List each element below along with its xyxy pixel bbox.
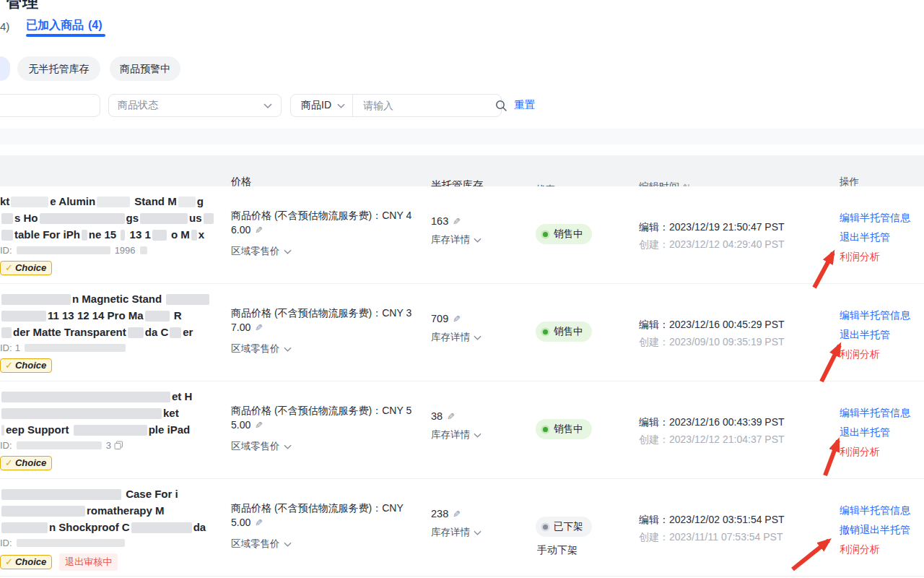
choice-badge: ✓Choice [0,261,52,275]
status-dot-icon [543,525,548,530]
redacted-text [140,246,147,254]
title-fragment: eep Support [6,423,72,436]
redacted-text [74,425,147,436]
action-exit-semi[interactable]: 退出半托管 [840,325,924,345]
stock-detail-toggle[interactable]: 库存详情 [431,331,536,344]
search-group: 商品ID [290,94,502,117]
edited-time: 2023/12/16 00:45:29 PST [669,319,785,330]
status-badge: 销售中 [536,419,592,439]
table-row: kte Alumin Stand Mgs Hogsustable For iPh… [0,186,924,284]
title-fragment: gs [126,212,139,224]
title-fragment: o M [168,228,190,241]
stock-value: 38 [431,410,443,422]
price-label: 商品价格 (不含预估物流服务费)： [231,210,382,221]
title-fragment: ket [163,407,179,419]
choice-badge: ✓Choice [0,555,52,569]
redacted-text [25,344,126,352]
title-fragment: da C [145,326,169,338]
time-cell: 编辑：2023/12/19 21:50:47 PST 创建：2023/12/12… [637,186,840,283]
tab-bar: 4) 已加入商品(4) [0,16,924,40]
search-icon[interactable] [495,100,507,112]
stock-detail-toggle[interactable]: 库存详情 [431,428,536,441]
choice-badge: ✓Choice [0,358,52,373]
region-price-toggle[interactable]: 区域零售价 [231,440,431,453]
copy-icon[interactable] [114,441,123,450]
product-cell[interactable]: kte Alumin Stand Mgs Hogsustable For iPh… [0,186,230,283]
edit-stock-icon[interactable]: ✎ [453,314,461,324]
page-title-clipped: 管理 [6,0,165,9]
status-dot-icon [543,427,548,432]
title-fragment: er [183,326,193,338]
edit-price-icon[interactable]: ✎ [255,516,263,530]
redacted-text [97,197,130,207]
region-price-toggle[interactable]: 区域零售价 [231,538,431,551]
region-price-toggle[interactable]: 区域零售价 [231,342,431,355]
tab-label: 已加入商品 [26,19,84,31]
title-fragment: R [171,309,182,322]
tab-joined-products[interactable]: 已加入商品(4) [26,18,103,33]
action-edit-semi-info[interactable]: 编辑半托管信息 [840,306,924,325]
reset-link[interactable]: 重置 [514,98,535,112]
action-profit-analysis[interactable]: 利润分析 [840,345,924,364]
product-status-select[interactable]: 商品状态 [108,94,282,117]
status-badge: 已下架 [536,517,592,537]
action-edit-semi-info[interactable]: 编辑半托管信息 [840,501,924,520]
stock-detail-toggle[interactable]: 库存详情 [431,526,536,539]
chip-no-semi-stock[interactable]: 无半托管库存 [17,56,100,81]
status-label: 销售中 [554,228,583,241]
chevron-down-icon [474,335,481,340]
edit-stock-icon[interactable]: ✎ [453,509,461,519]
product-title-line: romatherapy M [0,502,230,519]
redacted-text [40,213,125,224]
action-cell: 编辑半托管信息撤销退出半托管利润分析 [840,479,924,576]
action-edit-semi-info[interactable]: 编辑半托管信息 [840,403,924,423]
product-cell[interactable]: et Hketeep Support ple iPad ID:3 ✓Choice [0,381,230,478]
action-edit-semi-info[interactable]: 编辑半托管信息 [840,208,924,228]
title-fragment: 11 13 12 14 Pro Ma [48,309,144,322]
edited-time: 2023/12/19 21:50:47 PST [669,221,785,233]
product-title-line: 11 13 12 14 Pro Ma R [0,307,230,324]
stock-detail-toggle[interactable]: 库存详情 [431,233,536,246]
title-fragment: Stand M [131,195,177,207]
product-title-line: n Magnetic Stand [0,290,230,307]
table-row: n Magnetic Stand 11 13 12 14 Pro Ma Rder… [0,284,924,381]
region-price-toggle[interactable]: 区域零售价 [231,245,431,258]
edit-stock-icon[interactable]: ✎ [447,411,455,422]
product-cell[interactable]: Case For iromatherapy Mn Shockproof Cda … [0,479,230,576]
edit-price-icon[interactable]: ✎ [255,418,263,433]
header-action: 操作 [840,154,924,189]
badge-row: ✓Choice [0,456,230,470]
badge-row: ✓Choice退出审核中 [0,553,230,571]
search-type-select[interactable]: 商品ID [291,95,353,116]
chevron-down-icon [474,238,481,243]
product-id: ID: [0,538,230,548]
created-time: 2023/11/11 07:53:54 PST [669,531,783,543]
edit-stock-icon[interactable]: ✎ [453,216,461,227]
redacted-text [131,522,192,533]
badge-row: ✓Choice [0,261,230,275]
redacted-text [17,539,125,547]
title-fragment: table For iPh [14,228,80,241]
action-exit-semi[interactable]: 退出半托管 [840,423,924,442]
created-label: 创建： [639,238,669,250]
action-undo-exit-semi[interactable]: 撤销退出半托管 [840,520,924,540]
action-exit-semi[interactable]: 退出半托管 [840,228,924,247]
time-cell: 编辑：2023/12/02 03:51:54 PST 创建：2023/11/11… [637,479,840,576]
edit-price-icon[interactable]: ✎ [255,223,263,238]
status-dot-icon [543,232,548,237]
search-input[interactable] [362,99,495,112]
action-profit-analysis[interactable]: 利润分析 [840,540,924,559]
status-label: 销售中 [554,325,583,338]
redacted-text [1,392,170,402]
edit-price-icon[interactable]: ✎ [255,321,263,335]
chip-product-warning[interactable]: 商品预警中 [110,56,180,81]
tab-left-fragment[interactable]: 4) [0,20,9,33]
chip-partial-left[interactable] [0,56,10,81]
product-cell[interactable]: n Magnetic Stand 11 13 12 14 Pro Ma Rder… [0,284,230,381]
check-icon: ✓ [5,262,13,273]
action-cell: 编辑半托管信息退出半托管利润分析 [840,186,924,283]
action-profit-analysis[interactable]: 利润分析 [840,442,924,462]
filter-input-partial[interactable] [0,94,100,117]
redacted-text [191,230,197,241]
action-profit-analysis[interactable]: 利润分析 [840,247,924,267]
